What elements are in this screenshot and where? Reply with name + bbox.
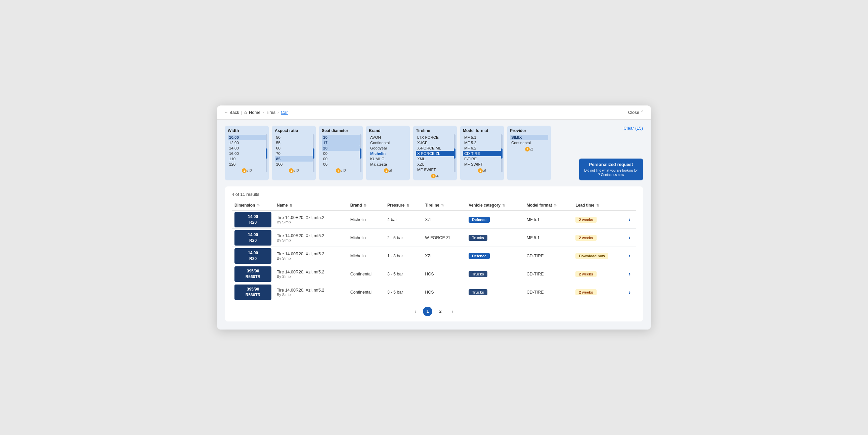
filter-provider-item-1[interactable]: Continental: [510, 140, 548, 146]
prev-page-button[interactable]: ‹: [411, 307, 420, 315]
filter-ar-item-0[interactable]: 50: [275, 135, 313, 140]
breadcrumb-tires[interactable]: Tires: [266, 110, 275, 115]
cell-pressure-4: 3 - 5 bar: [384, 283, 422, 301]
filter-width-item-2[interactable]: 14.00: [228, 146, 266, 151]
col-name[interactable]: Name ⇅: [274, 201, 348, 211]
filter-ar-item-5[interactable]: 100: [275, 162, 313, 167]
row-arrow-1[interactable]: ›: [628, 234, 630, 241]
dimension-badge-0: 14.00R20: [235, 212, 271, 227]
breadcrumb-home[interactable]: Home: [249, 110, 261, 115]
col-model-format[interactable]: Model format ⇅: [524, 201, 573, 211]
close-button[interactable]: Close ⌃: [628, 110, 644, 115]
cell-mf-1: MF 5.1: [524, 229, 573, 247]
filter-ar-item-1[interactable]: 55: [275, 140, 313, 146]
cell-arrow-3[interactable]: ›: [626, 265, 636, 283]
filter-mf-item-0[interactable]: MF 5.1: [463, 135, 501, 140]
filter-width-item-4[interactable]: 110: [228, 156, 266, 162]
cell-vehicle-4: Trucks: [466, 283, 524, 301]
sep3: ›: [277, 110, 279, 115]
page-1-button[interactable]: 1: [423, 307, 432, 316]
filter-tireline-item-4[interactable]: XML: [416, 156, 454, 162]
row-arrow-2[interactable]: ›: [628, 252, 630, 259]
filter-tireline-item-2[interactable]: X-FORCE ML: [416, 146, 454, 151]
filter-mf-item-1[interactable]: MF 5.2: [463, 140, 501, 146]
row-arrow-4[interactable]: ›: [628, 289, 630, 296]
filter-brand-item-5[interactable]: Malatesta: [369, 162, 407, 167]
tire-name-sub-2: By Simix: [277, 256, 345, 260]
filter-brand-item-1[interactable]: Continental: [369, 140, 407, 146]
filter-brand-item-4[interactable]: KUMHO: [369, 156, 407, 162]
clear-button[interactable]: Clear (15): [623, 126, 643, 131]
filter-sd-item-0[interactable]: 10: [322, 135, 360, 140]
vehicle-badge-3: Trucks: [469, 271, 487, 277]
col-tireline[interactable]: Tireline ⇅: [422, 201, 466, 211]
col-vehicle-category[interactable]: Vehicle category ⇅: [466, 201, 524, 211]
filter-width-item-5[interactable]: 120: [228, 162, 266, 167]
filter-width-badge: 1: [242, 168, 247, 173]
filter-mf-item-4[interactable]: F-TIRE: [463, 156, 501, 162]
dimension-badge-1: 14.00R20: [235, 230, 271, 246]
cell-dimension-2: 14.00R20: [232, 247, 274, 265]
filter-ar-item-3[interactable]: 70: [275, 151, 313, 156]
filter-ar-item-4[interactable]: 85: [275, 156, 313, 162]
filter-width-scrollbar[interactable]: [266, 134, 268, 172]
filter-ar-scrollbar[interactable]: [313, 134, 314, 172]
filter-tireline-item-0[interactable]: LTX FORCE: [416, 135, 454, 140]
cell-arrow-1[interactable]: ›: [626, 229, 636, 247]
back-button[interactable]: ← Back: [224, 110, 239, 115]
filter-tireline-scrollbar[interactable]: [454, 134, 456, 172]
cell-arrow-4[interactable]: ›: [626, 283, 636, 301]
filter-tireline-item-3[interactable]: X-FORCE ZL: [416, 151, 454, 156]
col-pressure[interactable]: Pressure ⇅: [384, 201, 422, 211]
page-2-button[interactable]: 2: [436, 307, 445, 316]
filter-mf-item-5[interactable]: MF SWIFT: [463, 162, 501, 167]
filter-width-item-3[interactable]: 16.00: [228, 151, 266, 156]
filter-provider-item-0[interactable]: SIMIX: [510, 135, 548, 140]
filter-mf-badge: 1: [478, 168, 483, 173]
filter-aspect-ratio-title: Aspect ratio: [275, 128, 313, 133]
table-row: 14.00R20 Tire 14.00R20, Xzl, mf5.2 By Si…: [232, 211, 636, 229]
filter-tireline-title: Tireline: [416, 128, 454, 133]
breadcrumb-car[interactable]: Car: [281, 110, 288, 115]
filter-tireline-item-1[interactable]: X-ICE: [416, 140, 454, 146]
filter-brand-item-0[interactable]: AVON: [369, 135, 407, 140]
cell-brand-4: Continental: [348, 283, 384, 301]
filter-mf-item-2[interactable]: MF 6.2: [463, 146, 501, 151]
cell-lead-4: 2 weeks: [573, 283, 626, 301]
filter-sd-item-1[interactable]: 17: [322, 140, 360, 146]
sort-brand-icon: ⇅: [364, 204, 367, 207]
dimension-badge-3: 395/90R560TR: [235, 267, 271, 282]
col-lead-time[interactable]: Lead time ⇅: [573, 201, 626, 211]
filter-brand-item-2[interactable]: Goodyear: [369, 146, 407, 151]
filter-sd-item-4[interactable]: 00: [322, 156, 360, 162]
filter-tireline-item-6[interactable]: MF SWIFT: [416, 167, 454, 172]
cell-vehicle-3: Trucks: [466, 265, 524, 283]
col-brand[interactable]: Brand ⇅: [348, 201, 384, 211]
title-bar: ← Back | ⌂ Home › Tires › Car Close ⌃: [217, 105, 651, 120]
row-arrow-0[interactable]: ›: [628, 216, 630, 223]
tire-name-3: Tire 14.00R20, Xzl, mf5.2: [277, 270, 345, 274]
sort-pressure-icon: ⇅: [406, 204, 409, 207]
sort-name-icon: ⇅: [289, 204, 292, 207]
filter-sd-item-5[interactable]: 00: [322, 162, 360, 167]
filter-sd-item-3[interactable]: 00: [322, 151, 360, 156]
filter-ar-item-2[interactable]: 60: [275, 146, 313, 151]
filter-sd-item-2[interactable]: 20: [322, 146, 360, 151]
personalized-request-box[interactable]: Personalized request Did not find what y…: [579, 159, 643, 180]
filter-brand-item-3[interactable]: Michelin: [369, 151, 407, 156]
filter-mf-item-3[interactable]: CD-TIRE: [463, 151, 501, 156]
filter-tireline-item-5[interactable]: XZL: [416, 162, 454, 167]
main-content: Width 10.00 12.00 14.00 16.00 110 120 1/…: [217, 120, 651, 330]
filter-mf-scrollbar[interactable]: [501, 134, 502, 172]
cell-arrow-2[interactable]: ›: [626, 247, 636, 265]
filter-tireline: Tireline LTX FORCE X-ICE X-FORCE ML X-FO…: [413, 126, 457, 180]
row-arrow-3[interactable]: ›: [628, 271, 630, 277]
tire-name-sub-3: By Simix: [277, 274, 345, 278]
filter-width-item-1[interactable]: 12.00: [228, 140, 266, 146]
filter-sd-scrollbar[interactable]: [360, 134, 362, 172]
cell-dimension-0: 14.00R20: [232, 211, 274, 229]
cell-arrow-0[interactable]: ›: [626, 211, 636, 229]
filter-width-item-0[interactable]: 10.00: [228, 135, 266, 140]
col-dimension[interactable]: Dimension ⇅: [232, 201, 274, 211]
next-page-button[interactable]: ›: [448, 307, 457, 315]
